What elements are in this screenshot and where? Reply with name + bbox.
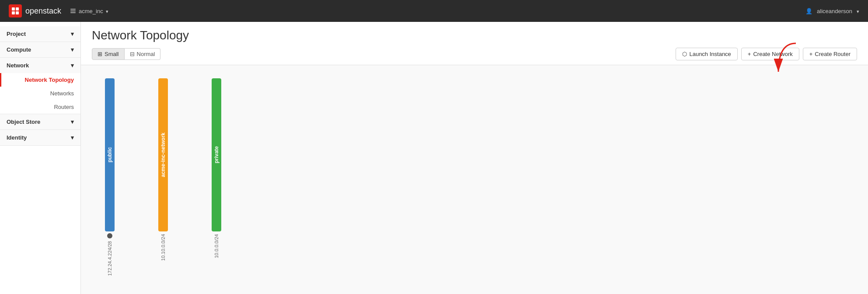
view-toggle: ⊞ Small ⊟ Normal — [92, 48, 160, 60]
sidebar-section-chevron-object-store: ▾ — [71, 119, 74, 125]
sidebar-section-chevron-compute: ▾ — [71, 46, 74, 53]
page-header: Network Topology ⊞ Small ⊟ Normal ⬡ Lau — [81, 22, 868, 65]
network-label-private: private — [213, 146, 220, 163]
user-icon: 👤 — [805, 8, 812, 14]
sidebar-section-header-project[interactable]: Project ▾ — [0, 26, 80, 42]
svg-rect-5 — [70, 10, 76, 11]
network-subnet-public: 172.24.4.224/28 — [107, 241, 112, 276]
sidebar-item-networks[interactable]: Networks — [0, 87, 80, 100]
network-bar-acme-inc-network[interactable]: acme-inc-network10.10.0.0/24 — [158, 78, 168, 261]
network-subnet-private: 10.0.0.0/24 — [214, 234, 219, 258]
network-subnet-acme-inc-network: 10.10.0.0/24 — [160, 234, 166, 261]
sidebar-section-header-identity[interactable]: Identity ▾ — [0, 130, 80, 145]
svg-rect-3 — [16, 11, 19, 14]
networks-container: public172.24.4.224/28acme-inc-network10.… — [92, 78, 857, 253]
project-dropdown-icon — [106, 8, 108, 14]
red-arrow-annotation — [774, 41, 800, 77]
project-name: acme_inc — [79, 8, 103, 14]
top-navigation: openstack acme_inc 👤 aliceanderson — [0, 0, 868, 22]
sidebar-section-network: Network ▾ Network Topology Networks Rout… — [0, 58, 80, 114]
sidebar-section-identity: Identity ▾ — [0, 130, 80, 146]
sidebar-item-network-topology[interactable]: Network Topology — [0, 73, 80, 87]
create-router-plus-icon: + — [809, 51, 813, 57]
page-toolbar: ⊞ Small ⊟ Normal ⬡ Launch Instance + — [92, 48, 857, 65]
sidebar-section-object-store: Object Store ▾ — [0, 114, 80, 130]
sidebar-section-header-network[interactable]: Network ▾ — [0, 58, 80, 73]
network-dot-public — [107, 233, 112, 238]
network-bar-private[interactable]: private10.0.0.0/24 — [212, 78, 221, 258]
action-buttons: ⬡ Launch Instance + Create Network + Cre… — [676, 48, 857, 60]
sidebar-section-header-compute[interactable]: Compute ▾ — [0, 42, 80, 57]
sidebar-section-compute: Compute ▾ — [0, 42, 80, 58]
brand-icon — [9, 4, 22, 18]
content-area: Network Topology ⊞ Small ⊟ Normal ⬡ Lau — [81, 22, 868, 294]
brand-name: openstack — [25, 7, 61, 16]
sidebar-section-project: Project ▾ — [0, 26, 80, 42]
normal-grid-icon: ⊟ — [130, 51, 135, 57]
project-selector[interactable]: acme_inc — [70, 8, 108, 14]
small-grid-icon: ⊞ — [98, 51, 102, 57]
sidebar-section-label-compute: Compute — [7, 46, 31, 53]
view-btn-small[interactable]: ⊞ Small — [92, 48, 125, 60]
svg-rect-0 — [12, 7, 15, 10]
user-menu[interactable]: 👤 aliceanderson — [805, 8, 859, 14]
sidebar-section-chevron-network: ▾ — [71, 62, 74, 69]
create-router-button[interactable]: + Create Router — [803, 48, 857, 60]
sidebar-section-label-identity: Identity — [7, 134, 27, 141]
svg-rect-4 — [70, 9, 76, 10]
network-label-acme-inc-network: acme-inc-network — [160, 133, 166, 177]
view-btn-normal[interactable]: ⊟ Normal — [125, 48, 161, 60]
user-dropdown-icon — [857, 8, 859, 14]
sidebar-section-label-object-store: Object Store — [7, 119, 40, 125]
sidebar-section-header-object-store[interactable]: Object Store ▾ — [0, 114, 80, 130]
svg-rect-2 — [12, 11, 15, 14]
sidebar-section-chevron-project: ▾ — [71, 31, 74, 37]
svg-rect-6 — [70, 12, 76, 13]
brand: openstack — [9, 4, 61, 18]
sidebar: Project ▾ Compute ▾ Network ▾ Network To… — [0, 22, 81, 294]
network-bar-public[interactable]: public172.24.4.224/28 — [105, 78, 115, 276]
top-nav-left: openstack acme_inc — [9, 4, 108, 18]
launch-instance-button[interactable]: ⬡ Launch Instance — [676, 48, 737, 60]
sidebar-section-chevron-identity: ▾ — [71, 134, 74, 141]
network-label-public: public — [107, 147, 113, 162]
sidebar-section-label-project: Project — [7, 31, 26, 37]
main-layout: Project ▾ Compute ▾ Network ▾ Network To… — [0, 22, 868, 294]
sidebar-item-routers[interactable]: Routers — [0, 100, 80, 114]
create-network-plus-icon: + — [748, 51, 751, 57]
launch-instance-icon: ⬡ — [682, 51, 687, 57]
sidebar-section-label-network: Network — [7, 62, 29, 69]
username: aliceanderson — [817, 8, 852, 14]
topology-canvas: public172.24.4.224/28acme-inc-network10.… — [81, 65, 868, 294]
svg-rect-1 — [16, 7, 19, 10]
page-title: Network Topology — [92, 28, 857, 42]
